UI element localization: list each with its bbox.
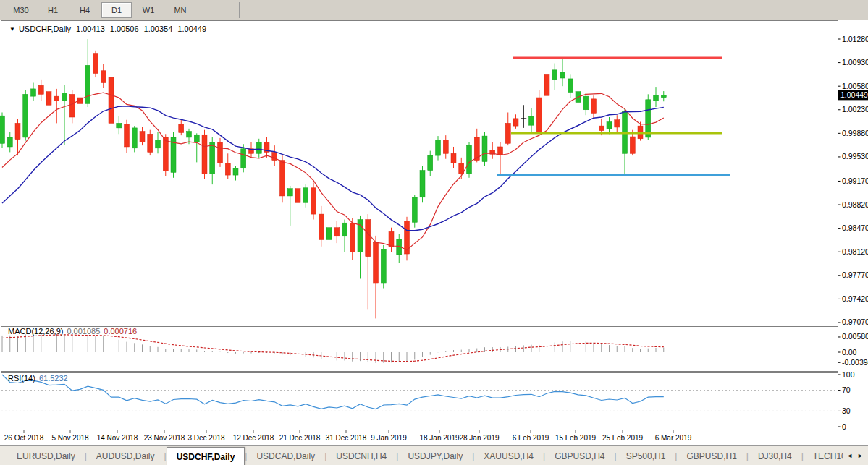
svg-text:0.97420: 0.97420 [842,294,868,303]
symbol-tab-bar: EURUSD,Daily|AUDUSD,Daily|USDCHF,Daily|U… [0,445,868,465]
svg-text:0.98120: 0.98120 [842,247,868,256]
svg-text:70: 70 [842,385,851,394]
rsi-panel[interactable] [1,373,838,430]
svg-text:1.00930: 1.00930 [842,58,868,67]
svg-text:1.00449: 1.00449 [840,90,868,99]
svg-text:9 Jan 2019: 9 Jan 2019 [371,434,407,442]
svg-text:0.98470: 0.98470 [842,223,868,232]
tab-scroll-controls: ◄ ► [843,446,867,465]
svg-text:1.00230: 1.00230 [842,105,868,114]
svg-text:15 Feb 2019: 15 Feb 2019 [555,434,597,442]
chart-tab-usdcnh-h4[interactable]: USDCNH,H4 [326,446,396,465]
chart-tab-dj30-h4[interactable]: DJ30,H4 [749,446,801,465]
svg-text:100: 100 [842,370,855,379]
chart-tab-sp500-h1[interactable]: SP500,H1 [617,446,675,465]
toolbar-separator [239,2,240,18]
svg-text:18 Jan 2019: 18 Jan 2019 [419,434,459,442]
svg-text:21 Dec 2018: 21 Dec 2018 [279,434,321,442]
trading-terminal-window: M30H1H4D1W1MN 1.012801.009301.005801.002… [0,0,868,465]
timeframe-button-d1[interactable]: D1 [101,2,132,18]
svg-text:3 Dec 2018: 3 Dec 2018 [187,434,225,442]
svg-text:23 Nov 2018: 23 Nov 2018 [144,434,185,442]
chart-tab-gbpusd-h4[interactable]: GBPUSD,H4 [545,446,614,465]
chart-tab-audusd-daily[interactable]: AUDUSD,Daily [87,446,164,465]
chart-tab-usdcad-daily[interactable]: USDCAD,Daily [247,446,324,465]
svg-text:0.99170: 0.99170 [842,176,868,185]
svg-text:31 Dec 2018: 31 Dec 2018 [326,434,367,442]
svg-text:0: 0 [842,422,846,431]
svg-text:0.99530: 0.99530 [842,152,868,161]
svg-text:26 Oct 2018: 26 Oct 2018 [4,434,44,442]
svg-text:28 Jan 2019: 28 Jan 2019 [459,434,499,442]
svg-text:12 Dec 2018: 12 Dec 2018 [233,434,274,442]
svg-text:0.98820: 0.98820 [842,200,868,209]
timeframe-button-h1[interactable]: H1 [38,2,68,18]
svg-text:-0.003945: -0.003945 [842,358,868,367]
timeframe-button-m30[interactable]: M30 [6,2,36,18]
timeframe-button-w1[interactable]: W1 [133,2,164,18]
price-chart-canvas[interactable]: 1.012801.009301.005801.002300.998800.995… [0,20,868,445]
svg-text:5 Nov 2018: 5 Nov 2018 [51,434,89,442]
chart-tab-usdchf-daily[interactable]: USDCHF,Daily [167,447,245,465]
tab-scroll-left-icon[interactable]: ◄ [846,452,853,459]
svg-text:30: 30 [842,406,851,415]
svg-text:14 Nov 2018: 14 Nov 2018 [97,434,138,442]
svg-text:6 Feb 2019: 6 Feb 2019 [513,434,549,442]
chart-tab-xauusd-h4[interactable]: XAUUSD,H4 [474,446,543,465]
timeframe-button-h4[interactable]: H4 [69,2,100,18]
svg-text:1.00580: 1.00580 [842,82,868,90]
timeframe-button-mn[interactable]: MN [165,2,195,18]
svg-text:0.005802: 0.005802 [842,332,868,341]
chart-tab-gbpusd-h1[interactable]: GBPUSD,H1 [677,446,746,465]
svg-text:0.97070: 0.97070 [842,317,868,326]
svg-text:25 Feb 2019: 25 Feb 2019 [602,434,644,442]
svg-text:1.01280: 1.01280 [842,35,868,43]
svg-text:0.97770: 0.97770 [842,270,868,279]
svg-text:0.00: 0.00 [842,348,857,357]
svg-text:0.99880: 0.99880 [842,129,868,137]
timeframe-toolbar: M30H1H4D1W1MN [0,0,868,20]
svg-text:6 Mar 2019: 6 Mar 2019 [655,434,692,442]
tab-scroll-right-icon[interactable]: ► [857,452,864,459]
chart-tab-usdjpy-daily[interactable]: USDJPY,Daily [398,446,472,465]
main-chart-panel[interactable] [1,21,838,325]
chart-tab-eurusd-daily[interactable]: EURUSD,Daily [7,446,85,465]
